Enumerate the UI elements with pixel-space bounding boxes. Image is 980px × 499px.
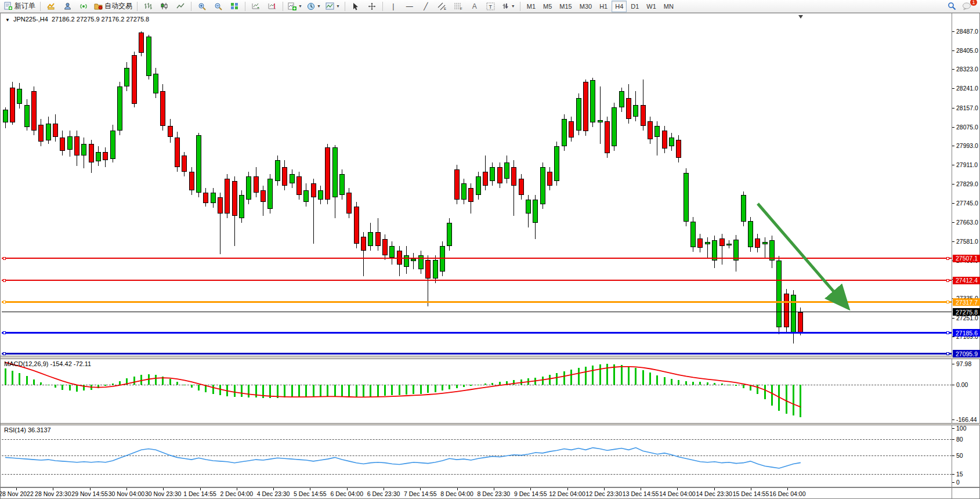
timeframe-mn[interactable]: MN [660, 1, 677, 12]
line-handle[interactable] [946, 257, 949, 260]
separator [520, 2, 520, 11]
line-handle[interactable] [3, 352, 6, 355]
macd-histogram-bar [549, 375, 551, 385]
timeframe-h1[interactable]: H1 [596, 1, 611, 12]
candle [211, 193, 216, 203]
line-handle[interactable] [3, 331, 6, 334]
text-icon: A [472, 3, 477, 10]
signal-button[interactable] [76, 1, 91, 12]
history-chart-button[interactable] [44, 1, 59, 12]
line-handle[interactable] [3, 301, 6, 303]
macd-histogram-bar [384, 385, 386, 396]
templates-button[interactable]: ▼ [324, 1, 342, 12]
macd-histogram-bar [298, 385, 300, 397]
horizontal-line-object[interactable] [2, 312, 952, 312]
tile-windows-button[interactable] [227, 1, 242, 12]
candle [612, 107, 617, 147]
vertical-line-button[interactable]: | [386, 1, 401, 12]
rsi-axis-tick [952, 482, 954, 483]
macd-histogram-bar [148, 374, 150, 384]
equidistant-channel-button[interactable]: E [435, 1, 450, 12]
separator [382, 2, 383, 11]
line-chart-button[interactable] [173, 1, 188, 12]
arrows-button[interactable]: ▼ [500, 1, 517, 12]
line-handle[interactable] [946, 301, 949, 303]
new-order-button[interactable]: 新订单 [2, 1, 37, 12]
candle-wick [413, 253, 414, 269]
periods-button[interactable]: ▼ [305, 1, 323, 12]
chart-shift-marker[interactable] [798, 15, 803, 19]
line-handle[interactable] [946, 352, 949, 355]
macd-histogram-bar [442, 385, 443, 391]
crosshair-button[interactable] [364, 1, 379, 12]
macd-histogram-bar [76, 385, 78, 392]
horizontal-line-object[interactable] [2, 258, 952, 259]
chart-shift-button[interactable] [265, 1, 280, 12]
horizontal-line-object[interactable] [2, 280, 952, 281]
timeframe-m15[interactable]: M15 [556, 1, 575, 12]
macd-histogram-bar [757, 385, 758, 394]
panel-splitter[interactable] [1, 356, 980, 359]
timeframe-group: M1 M5 M15 M30 H1 H4 D1 W1 MN [523, 1, 677, 12]
candle [81, 144, 86, 156]
candle [533, 200, 538, 223]
text-button[interactable]: A [467, 1, 482, 12]
candle [24, 105, 30, 127]
time-label: 30 Nov 23:30 [145, 490, 181, 497]
price-tick-label: 27993.0 [956, 142, 978, 149]
timeframe-m5[interactable]: M5 [540, 1, 555, 12]
search-button[interactable] [944, 1, 959, 12]
scroll-to-end-button[interactable] [248, 1, 263, 12]
rsi-axis-tick [952, 455, 954, 456]
horizontal-line-button[interactable]: — [402, 1, 417, 12]
candle [189, 172, 194, 190]
line-handle[interactable] [3, 257, 6, 260]
timeframe-d1[interactable]: D1 [627, 1, 642, 12]
line-handle[interactable] [3, 279, 6, 282]
auto-trading-button[interactable]: 自动交易 [92, 1, 134, 12]
trend-line-button[interactable]: ╱ [418, 1, 433, 12]
macd-histogram-bar [348, 385, 350, 398]
macd-histogram-bar [334, 385, 336, 397]
time-label: 7 Dec 14:55 [404, 490, 437, 497]
main-chart-panel[interactable] [1, 13, 980, 356]
candle [290, 174, 295, 183]
one-click-trading-arrow-icon[interactable]: ▼ [5, 17, 10, 23]
macd-histogram-bar [356, 385, 357, 398]
zoom-out-button[interactable] [211, 1, 226, 12]
cursor-button[interactable] [348, 1, 363, 12]
timeframe-w1[interactable]: W1 [643, 1, 660, 12]
price-tick-label: 28241.0 [956, 85, 978, 92]
fibonacci-button[interactable]: F [451, 1, 466, 12]
timeframe-m1[interactable]: M1 [523, 1, 539, 12]
candlestick-chart-button[interactable] [157, 1, 172, 12]
candle [375, 232, 381, 246]
horizontal-line-object[interactable] [2, 301, 952, 303]
zoom-in-button[interactable] [194, 1, 209, 12]
text-label-button[interactable]: T [483, 1, 498, 12]
chat-button[interactable]: 1 [959, 1, 974, 12]
separator [283, 2, 283, 11]
dropdown-arrow-icon: ▼ [298, 4, 302, 8]
macd-histogram-bar [284, 385, 285, 398]
panel-splitter[interactable] [1, 423, 980, 425]
macd-histogram-bar [707, 382, 708, 385]
bar-chart-button[interactable] [140, 1, 156, 12]
horizontal-line-object[interactable] [2, 332, 952, 334]
macd-histogram-bar [104, 385, 106, 386]
price-tick [952, 165, 954, 165]
macd-histogram-bar [162, 377, 164, 385]
rsi-level-line [2, 439, 952, 440]
new-chart-button[interactable]: ▼ [286, 1, 304, 12]
horizontal-line-object[interactable] [2, 353, 952, 355]
profile-button[interactable] [60, 1, 75, 12]
rsi-axis-label: 0 [956, 479, 960, 486]
macd-histogram-bar [212, 385, 214, 395]
timeframe-m30[interactable]: M30 [576, 1, 595, 12]
time-label: 4 Dec 23:30 [257, 490, 290, 497]
timeframe-h4[interactable]: H4 [612, 1, 627, 12]
line-handle[interactable] [946, 331, 949, 334]
line-handle[interactable] [946, 279, 949, 282]
candle [74, 136, 79, 156]
macd-signal-line [1, 359, 952, 423]
